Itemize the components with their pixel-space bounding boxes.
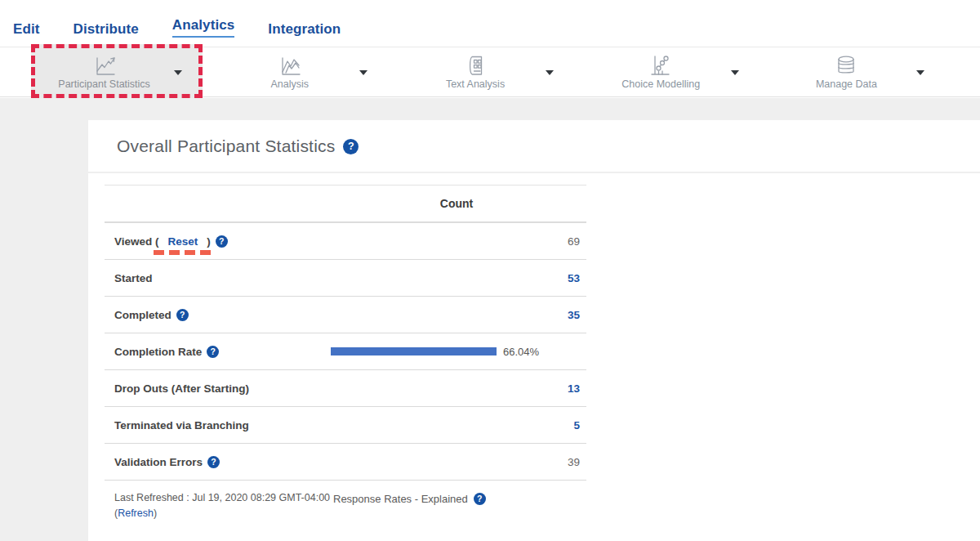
row-value: 39 — [327, 456, 586, 468]
chevron-down-icon[interactable] — [546, 70, 554, 75]
participant-statistics-table: Count Viewed (Reset) ? 69 Started 53 — [105, 185, 586, 522]
table-row-completion-rate: Completion Rate ? 66.04% — [105, 333, 586, 370]
toolbar-item-label: Choice Modelling — [621, 78, 700, 90]
toolbar-item-manage-data[interactable]: Manage Data — [754, 47, 939, 96]
table-row-viewed: Viewed (Reset) ? 69 — [105, 223, 586, 260]
chevron-down-icon[interactable] — [174, 70, 182, 75]
table-row-drop-outs: Drop Outs (After Starting) 13 — [105, 370, 586, 407]
toolbar-item-choice-modelling[interactable]: Choice Modelling — [568, 47, 754, 96]
chevron-down-icon[interactable] — [359, 70, 368, 75]
completion-bar-fill — [331, 347, 497, 355]
panel-header: Overall Participant Statistics? — [88, 120, 980, 173]
analytics-toolbar: Participant Statistics Analysis — [0, 47, 980, 97]
row-label: Completion Rate ? — [105, 346, 327, 358]
line-chart-icon — [92, 54, 117, 77]
help-icon[interactable]: ? — [474, 493, 486, 505]
toolbar-item-label: Text Analysis — [446, 78, 505, 90]
started-label: Started — [114, 272, 153, 284]
row-label: Drop Outs (After Starting) — [105, 382, 327, 395]
toolbar-item-analysis[interactable]: Analysis — [197, 47, 382, 96]
table-row-completed: Completed ? 35 — [105, 297, 586, 333]
table-row-validation-errors: Validation Errors ? 39 — [105, 444, 586, 481]
viewed-label-suffix: ) — [207, 235, 211, 248]
row-label: Validation Errors ? — [105, 456, 327, 468]
chevron-down-icon[interactable] — [916, 70, 924, 75]
help-icon[interactable]: ? — [207, 346, 219, 358]
terminated-label: Terminated via Branching — [114, 419, 249, 431]
row-label: Completed ? — [105, 309, 327, 321]
app-screen: Edit Distribute Analytics Integration Pa… — [0, 0, 980, 541]
nav-item-integration[interactable]: Integration — [268, 21, 341, 38]
chevron-down-icon[interactable] — [731, 70, 739, 75]
row-value: 35 — [327, 309, 586, 321]
last-refreshed-text: Last Refreshed : Jul 19, 2020 08:29 GMT-… — [105, 490, 333, 522]
row-label: Viewed (Reset) ? — [105, 235, 327, 248]
row-value: 13 — [327, 382, 586, 395]
reset-link[interactable]: Reset — [168, 235, 198, 248]
nav-item-analytics[interactable]: Analytics — [172, 17, 235, 38]
help-icon[interactable]: ? — [207, 456, 220, 468]
toolbar-item-participant-statistics[interactable]: Participant Statistics — [11, 47, 197, 96]
count-column-header: Count — [327, 197, 586, 210]
toolbar-item-text-analysis[interactable]: Text Analysis — [382, 47, 568, 96]
refresh-link[interactable]: Refresh — [118, 507, 154, 519]
drop-outs-label: Drop Outs (After Starting) — [114, 382, 249, 395]
row-value: 69 — [327, 235, 586, 248]
help-icon[interactable]: ? — [176, 309, 189, 321]
validation-errors-label: Validation Errors — [114, 456, 203, 468]
nav-item-edit[interactable]: Edit — [13, 21, 40, 38]
viewed-label: Viewed ( — [114, 235, 159, 248]
table-footer: Last Refreshed : Jul 19, 2020 08:29 GMT-… — [105, 481, 586, 522]
help-icon[interactable]: ? — [216, 235, 228, 248]
content-panel: Overall Participant Statistics? Count Vi… — [88, 120, 980, 541]
completion-percent-label: 66.04% — [503, 346, 539, 358]
scatter-chart-icon — [648, 54, 673, 77]
table-header-row: Count — [105, 186, 586, 223]
top-nav: Edit Distribute Analytics Integration — [0, 0, 980, 47]
area-chart-icon — [278, 54, 302, 77]
content-background: Overall Participant Statistics? Count Vi… — [0, 98, 980, 541]
row-label: Terminated via Branching — [105, 419, 327, 431]
newspaper-icon — [463, 54, 488, 77]
completed-label: Completed — [114, 309, 172, 321]
page-title: Overall Participant Statistics — [117, 136, 335, 155]
annotation-red-dashed-underline — [154, 250, 211, 255]
table-row-terminated: Terminated via Branching 5 — [105, 407, 586, 444]
row-value: 53 — [327, 272, 586, 284]
row-value: 5 — [327, 419, 586, 431]
table-row-started: Started 53 — [105, 260, 586, 297]
database-icon — [834, 54, 858, 77]
row-label: Started — [105, 272, 327, 284]
toolbar-item-label: Manage Data — [816, 78, 877, 90]
refresh-suffix: ) — [154, 507, 157, 519]
response-rates-explained: Response Rates - Explained ? — [333, 491, 486, 506]
completion-rate-bar-cell: 66.04% — [327, 346, 586, 358]
nav-item-distribute[interactable]: Distribute — [74, 21, 139, 38]
help-icon[interactable]: ? — [343, 139, 359, 154]
toolbar-item-label: Participant Statistics — [58, 78, 150, 90]
response-rates-label: Response Rates - Explained — [333, 493, 468, 505]
completion-rate-label: Completion Rate — [114, 346, 202, 358]
toolbar-item-label: Analysis — [271, 78, 310, 90]
